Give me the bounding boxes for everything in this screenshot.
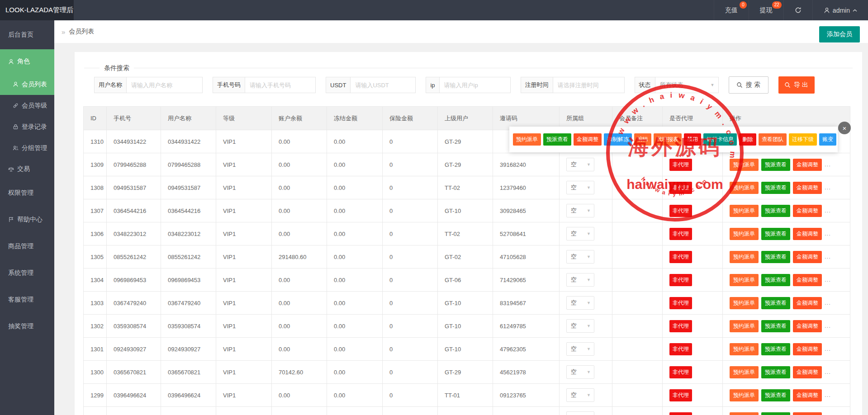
action-button[interactable]: 预派查看 bbox=[761, 274, 790, 286]
sidebar-item-3[interactable]: 会员列表 bbox=[0, 74, 54, 95]
action-button[interactable]: 预派查看 bbox=[761, 343, 790, 355]
group-select[interactable]: 空▼ bbox=[566, 296, 594, 310]
action-button[interactable]: 预派查看 bbox=[761, 366, 790, 378]
expanded-action-button[interactable]: 强制解冻 bbox=[604, 133, 632, 146]
action-button[interactable]: 预约派单 bbox=[730, 205, 759, 217]
group-select[interactable]: 空▼ bbox=[566, 181, 594, 194]
action-button[interactable]: 金额调整 bbox=[793, 412, 822, 415]
more-actions-ellipsis[interactable]: ... bbox=[825, 184, 831, 191]
action-button[interactable]: 预派查看 bbox=[761, 297, 790, 309]
sidebar-item-11[interactable]: 系统管理 bbox=[0, 259, 54, 286]
action-button[interactable]: 预派查看 bbox=[761, 320, 790, 332]
sidebar-item-13[interactable]: 抽奖管理 bbox=[0, 313, 54, 340]
sidebar-item-9[interactable]: 帮助中心 bbox=[0, 206, 54, 233]
more-actions-ellipsis[interactable]: ... bbox=[825, 391, 831, 398]
action-button[interactable]: 金额调整 bbox=[793, 251, 822, 263]
action-button[interactable]: 预约派单 bbox=[730, 320, 759, 332]
group-select[interactable]: 空▼ bbox=[566, 388, 594, 402]
expanded-action-button[interactable]: 银行卡信息 bbox=[703, 133, 737, 146]
action-button[interactable]: 金额调整 bbox=[793, 366, 822, 378]
recharge-menu-item[interactable]: 充值 0 bbox=[714, 0, 749, 20]
more-actions-ellipsis[interactable]: ... bbox=[825, 345, 831, 352]
filter-input[interactable] bbox=[553, 77, 625, 93]
sidebar-item-1[interactable]: 后台首页 bbox=[0, 20, 54, 49]
action-button[interactable]: 预约派单 bbox=[730, 389, 759, 401]
action-button[interactable]: 金额调整 bbox=[793, 320, 822, 332]
more-actions-ellipsis[interactable]: ... bbox=[825, 276, 831, 283]
group-select[interactable]: 空▼ bbox=[566, 273, 594, 287]
action-button[interactable]: 预约派单 bbox=[730, 412, 759, 415]
action-button[interactable]: 预约派单 bbox=[730, 251, 759, 263]
withdraw-menu-item[interactable]: 提现 22 bbox=[749, 0, 783, 20]
expanded-action-button[interactable]: 预约派单 bbox=[513, 133, 541, 146]
more-actions-ellipsis[interactable]: ... bbox=[825, 299, 831, 306]
group-select[interactable]: 空▼ bbox=[566, 158, 594, 171]
action-button[interactable]: 预约派单 bbox=[730, 228, 759, 240]
more-actions-ellipsis[interactable]: ... bbox=[825, 161, 831, 168]
action-button[interactable]: 金额调整 bbox=[793, 343, 822, 355]
expanded-action-button[interactable]: 迁移下级 bbox=[789, 133, 817, 146]
group-select[interactable]: 空▼ bbox=[566, 250, 594, 264]
sidebar-item-8[interactable]: 权限管理 bbox=[0, 179, 54, 206]
expanded-action-button[interactable]: 账变 bbox=[819, 133, 836, 146]
action-button[interactable]: 预约派单 bbox=[730, 297, 759, 309]
expanded-action-button[interactable]: 金额调整 bbox=[574, 133, 602, 146]
sidebar-item-6[interactable]: 分组管理 bbox=[0, 137, 54, 159]
group-select[interactable]: 空▼ bbox=[566, 319, 594, 333]
group-select[interactable]: 空▼ bbox=[566, 204, 594, 217]
more-actions-ellipsis[interactable]: ... bbox=[825, 322, 831, 329]
action-button[interactable]: 预约派单 bbox=[730, 159, 759, 171]
sidebar-item-2[interactable]: 角色 bbox=[0, 49, 54, 74]
action-button[interactable]: 预派查看 bbox=[761, 205, 790, 217]
group-select[interactable]: 空▼ bbox=[566, 411, 594, 415]
action-button[interactable]: 金额调整 bbox=[793, 205, 822, 217]
action-button[interactable]: 预派查看 bbox=[761, 412, 790, 415]
action-button[interactable]: 预约派单 bbox=[730, 182, 759, 194]
action-button[interactable]: 金额调整 bbox=[793, 389, 822, 401]
filter-input[interactable] bbox=[440, 77, 511, 93]
more-actions-ellipsis[interactable]: ... bbox=[825, 253, 831, 260]
more-actions-ellipsis[interactable]: ... bbox=[825, 207, 831, 214]
expanded-action-button[interactable]: 编辑 bbox=[634, 133, 651, 146]
refresh-button[interactable] bbox=[783, 0, 812, 20]
expanded-action-button[interactable]: 预派查看 bbox=[543, 133, 571, 146]
more-actions-ellipsis[interactable]: ... bbox=[825, 368, 831, 375]
sidebar-item-10[interactable]: 商品管理 bbox=[0, 233, 54, 259]
action-button[interactable]: 预派查看 bbox=[761, 251, 790, 263]
action-button[interactable]: 预派查看 bbox=[761, 159, 790, 171]
filter-input[interactable] bbox=[127, 77, 203, 93]
action-button[interactable]: 预约派单 bbox=[730, 274, 759, 286]
action-button[interactable]: 金额调整 bbox=[793, 182, 822, 194]
more-actions-ellipsis[interactable]: ... bbox=[825, 230, 831, 237]
export-button[interactable]: 导 出 bbox=[778, 76, 815, 94]
action-button[interactable]: 金额调整 bbox=[793, 159, 822, 171]
add-member-button[interactable]: 添加会员 bbox=[819, 26, 860, 42]
cell-parent: GT-10 bbox=[438, 338, 493, 361]
sidebar-item-4[interactable]: 会员等级 bbox=[0, 95, 54, 116]
sidebar-item-5[interactable]: 登录记录 bbox=[0, 116, 54, 137]
expanded-action-button[interactable]: 查看团队 bbox=[759, 133, 787, 146]
action-button[interactable]: 金额调整 bbox=[793, 274, 822, 286]
expanded-action-button[interactable]: 代理报表 bbox=[654, 133, 682, 146]
action-button[interactable]: 金额调整 bbox=[793, 297, 822, 309]
action-button[interactable]: 预派查看 bbox=[761, 228, 790, 240]
action-button[interactable]: 预约派单 bbox=[730, 366, 759, 378]
group-select[interactable]: 空▼ bbox=[566, 365, 594, 379]
action-button[interactable]: 金额调整 bbox=[793, 228, 822, 240]
sidebar-item-7[interactable]: 交易 bbox=[0, 159, 54, 179]
close-icon[interactable]: × bbox=[838, 122, 851, 134]
action-button[interactable]: 预派查看 bbox=[761, 182, 790, 194]
group-select[interactable]: 空▼ bbox=[566, 227, 594, 241]
user-menu[interactable]: admin bbox=[812, 0, 868, 20]
filter-input[interactable] bbox=[245, 77, 316, 93]
cell-id: 1305 bbox=[84, 245, 107, 269]
group-select[interactable]: 空▼ bbox=[566, 342, 594, 356]
expanded-action-button[interactable]: 删除 bbox=[739, 133, 756, 146]
sidebar-item-12[interactable]: 客服管理 bbox=[0, 286, 54, 313]
filter-input[interactable] bbox=[351, 77, 416, 93]
action-button[interactable]: 预派查看 bbox=[761, 389, 790, 401]
expanded-action-button[interactable]: 禁用 bbox=[684, 133, 701, 146]
action-button[interactable]: 预约派单 bbox=[730, 343, 759, 355]
search-button[interactable]: 搜 索 bbox=[729, 76, 768, 94]
status-select[interactable]: 所有状态▼ bbox=[655, 77, 719, 93]
